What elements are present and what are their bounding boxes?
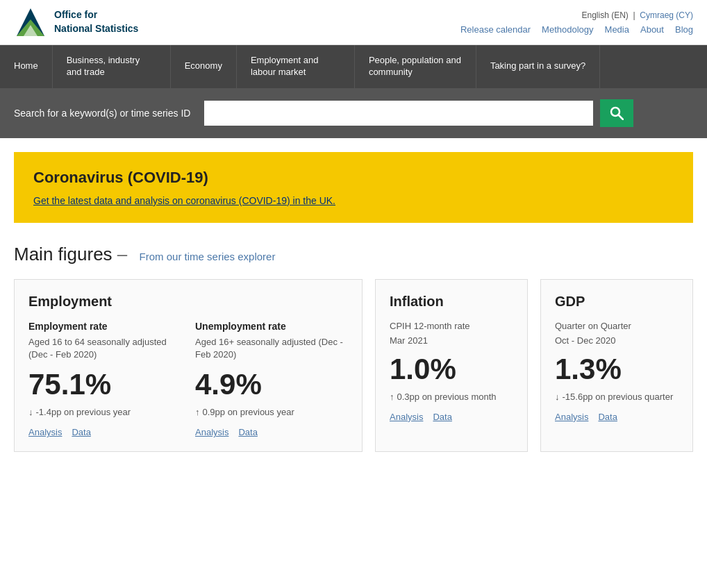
inflation-value: 1.0% [390,353,513,386]
employment-rate-links: Analysis Data [28,427,181,437]
unemployment-data-link[interactable]: Data [238,427,257,437]
search-button[interactable] [600,99,633,127]
language-switcher: English (EN) | Cymraeg (CY) [460,10,693,20]
search-bar: Search for a keyword(s) or time series I… [0,88,707,138]
employment-card: Employment Employment rate Aged 16 to 64… [14,279,363,452]
employment-data-link[interactable]: Data [72,427,90,437]
employment-rate-label: Employment rate [28,321,181,332]
gdp-analysis-link[interactable]: Analysis [555,412,588,422]
employment-rate-change-text: -1.4pp on previous year [36,407,131,417]
unemployment-rate-change-text: 0.9pp on previous year [203,407,294,417]
release-calendar-link[interactable]: Release calendar [460,24,531,35]
methodology-link[interactable]: Methodology [542,24,593,35]
unemployment-analysis-link[interactable]: Analysis [195,427,228,437]
nav-item-survey[interactable]: Taking part in a survey? [476,45,600,88]
inflation-change: ↑ 0.3pp on previous month [390,392,513,402]
inflation-links: Analysis Data [390,412,513,422]
gdp-links: Analysis Data [555,412,679,422]
gdp-change-text: -15.6pp on previous quarter [563,392,674,402]
employment-rate-change: ↓ -1.4pp on previous year [28,407,181,417]
employment-rate-desc: Aged 16 to 64 seasonally adjusted (Dec -… [28,336,181,361]
main-figures-section: Main figures – From our time series expl… [0,237,707,466]
unemployment-rate-desc: Aged 16+ seasonally adjusted (Dec - Feb … [195,336,348,361]
employment-cols: Employment rate Aged 16 to 64 seasonally… [28,321,348,437]
lang-welsh-link[interactable]: Cymraeg (CY) [640,10,693,20]
employment-rate-col: Employment rate Aged 16 to 64 seasonally… [28,321,181,437]
svg-line-5 [619,115,623,119]
nav-item-people[interactable]: People, population and community [355,45,476,88]
covid-link[interactable]: Get the latest data and analysis on coro… [33,195,335,206]
inflation-date: Mar 2021 [390,335,513,346]
inflation-analysis-link[interactable]: Analysis [390,412,423,422]
inflation-change-text: 0.3pp on previous month [397,392,497,402]
blog-link[interactable]: Blog [675,24,693,35]
gdp-value: 1.3% [555,353,679,386]
unemployment-rate-change: ↑ 0.9pp on previous year [195,407,348,417]
search-label: Search for a keyword(s) or time series I… [14,108,190,119]
unemployment-rate-arrow: ↑ [195,407,200,417]
about-link[interactable]: About [640,24,664,35]
covid-banner: Coronavirus (COVID-19) Get the latest da… [14,152,693,223]
gdp-date: Oct - Dec 2020 [555,335,679,346]
search-icon [610,106,624,120]
gdp-card: GDP Quarter on Quarter Oct - Dec 2020 1.… [540,279,693,452]
media-link[interactable]: Media [605,24,629,35]
logo-text: Office for National Statistics [54,8,138,35]
inflation-arrow: ↑ [390,392,394,402]
nav-item-employment[interactable]: Employment and labour market [237,45,355,88]
ons-logo-icon [14,6,47,39]
search-input-wrap [204,101,593,126]
gdp-data-link[interactable]: Data [598,412,617,422]
main-nav: Home Business, industry and trade Econom… [0,45,707,88]
gdp-arrow: ↓ [555,392,560,402]
unemployment-rate-links: Analysis Data [195,427,348,437]
lang-english: English (EN) [582,10,629,20]
nav-item-home[interactable]: Home [0,45,53,88]
gdp-stat-label: Quarter on Quarter [555,321,679,331]
top-right-nav: English (EN) | Cymraeg (CY) Release cale… [460,10,693,35]
covid-title: Coronavirus (COVID-19) [33,169,674,187]
inflation-stat-label: CPIH 12-month rate [390,321,513,331]
cards-row: Employment Employment rate Aged 16 to 64… [14,279,693,452]
inflation-data-link[interactable]: Data [433,412,451,422]
unemployment-rate-label: Unemployment rate [195,321,348,332]
main-figures-title: Main figures – From our time series expl… [14,244,693,265]
employment-rate-arrow: ↓ [28,407,33,417]
top-header: Office for National Statistics English (… [0,0,707,45]
utility-nav: Release calendar Methodology Media About… [460,24,693,35]
unemployment-rate-value: 4.9% [195,368,348,401]
nav-item-business[interactable]: Business, industry and trade [53,45,171,88]
gdp-card-title: GDP [555,294,679,310]
logo-area: Office for National Statistics [14,6,138,39]
nav-item-economy[interactable]: Economy [171,45,237,88]
gdp-change: ↓ -15.6pp on previous quarter [555,392,679,402]
employment-card-title: Employment [28,294,348,310]
inflation-card-title: Inflation [390,294,513,310]
search-input[interactable] [204,101,593,126]
unemployment-rate-col: Unemployment rate Aged 16+ seasonally ad… [195,321,348,437]
inflation-card: Inflation CPIH 12-month rate Mar 2021 1.… [375,279,528,452]
employment-rate-value: 75.1% [28,368,181,401]
employment-analysis-link[interactable]: Analysis [28,427,62,437]
time-series-explorer-link[interactable]: From our time series explorer [140,251,276,262]
